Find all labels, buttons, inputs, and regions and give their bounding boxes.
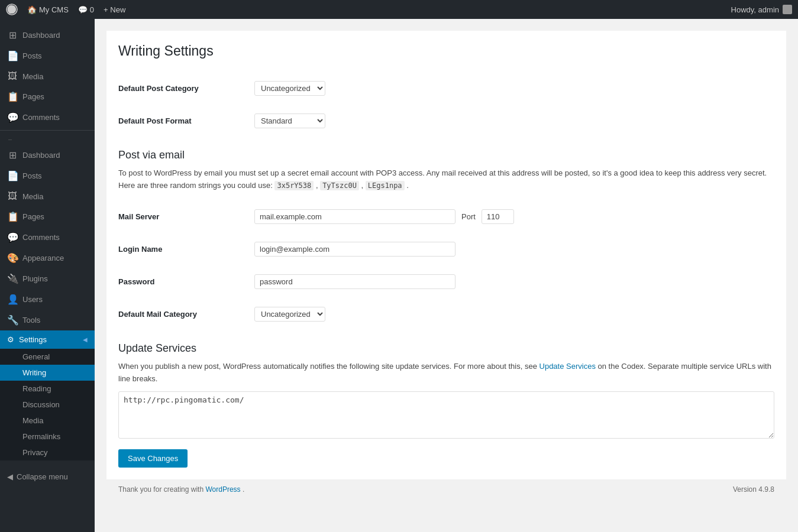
sidebar-settings-group: ⚙ Settings ◀ General Writing Reading Dis… [0,330,95,460]
page-title: Writing Settings [118,43,774,60]
pages2-icon: 📋 [7,211,18,222]
adminbar-comments[interactable]: 💬 0 [73,5,99,14]
collapse-menu-button[interactable]: ◀ Collapse menu [0,466,95,487]
sidebar-item-tools[interactable]: 🔧 Tools [0,310,95,330]
adminbar-site-link[interactable]: 🏠 My CMS [22,5,73,14]
post-via-email-title: Post via email [118,149,774,161]
sidebar-item-dashboard[interactable]: ⊞ Dashboard [0,25,95,46]
adminbar-new[interactable]: + New [99,5,130,14]
update-services-title: Update Services [118,342,774,355]
default-post-category-label: Default Post Category [118,72,248,105]
sidebar-item-appearance[interactable]: 🎨 Appearance [0,248,95,268]
sidebar-item-plugins[interactable]: 🔌 Plugins [0,268,95,289]
login-name-input[interactable] [254,242,455,257]
sidebar-label-dashboard: Dashboard [22,31,60,40]
menu-separator [0,130,95,131]
sidebar-item-pages2[interactable]: 📋 Pages [0,206,95,227]
wordpress-link[interactable]: WordPress [205,485,240,494]
tools-icon: 🔧 [7,314,18,326]
footer: Thank you for creating with WordPress . … [106,479,786,499]
collapse-label: Collapse menu [17,472,68,481]
period: . [406,181,409,190]
table-row-mail-server: Mail Server Port [118,200,774,233]
posts2-icon: 📄 [7,170,18,181]
mail-server-label: Mail Server [118,200,248,233]
main-content: Writing Settings Default Post Category U… [95,19,798,532]
save-changes-button[interactable]: Save Changes [118,449,188,468]
submenu-item-media[interactable]: Media [0,413,95,429]
sidebar-label-dashboard2: Dashboard [22,151,60,160]
default-post-format-label: Default Post Format [118,105,248,137]
sidebar-label-appearance: Appearance [22,254,64,262]
submenu-item-discussion[interactable]: Discussion [0,397,95,413]
random-string-2: TyTszc0U [320,181,359,190]
new-label: + New [104,5,125,14]
comments-icon: 💬 [7,112,18,123]
plugins-icon: 🔌 [7,273,18,284]
sidebar-item-settings[interactable]: ⚙ Settings ◀ [0,330,95,349]
password-input[interactable] [254,274,455,289]
sidebar-label-users: Users [22,295,43,304]
submenu-item-permalinks[interactable]: Permalinks [0,429,95,445]
sidebar-item-comments2[interactable]: 💬 Comments [0,227,95,248]
home-icon: 🏠 [27,5,37,14]
sidebar-item-media[interactable]: 🖼 Media [0,66,95,86]
post-category-table: Default Post Category Uncategorized Defa… [118,72,774,137]
sidebar-label-plugins: Plugins [22,274,48,283]
default-mail-category-label: Default Mail Category [118,298,248,330]
password-label: Password [118,265,248,298]
update-services-textarea[interactable]: http://rpc.pingomatic.com/ [118,391,774,439]
media-icon: 🖼 [7,71,18,82]
sidebar-item-users[interactable]: 👤 Users [0,289,95,310]
port-label: Port [461,212,476,221]
comments2-icon: 💬 [7,232,18,243]
port-input[interactable] [482,209,514,224]
table-row-login-name: Login Name [118,233,774,265]
chevron-right-icon: ◀ [83,336,88,343]
sidebar-item-comments[interactable]: 💬 Comments [0,107,95,128]
random-string-3: LEgs1npa [366,181,405,190]
post-via-email-desc: To post to WordPress by email you must s… [118,167,774,192]
sidebar-label-pages2: Pages [22,212,44,221]
login-name-label: Login Name [118,233,248,265]
users-icon: 👤 [7,294,18,305]
table-row-password: Password [118,265,774,298]
sidebar-label-comments2: Comments [22,233,60,242]
media2-icon: 🖼 [7,191,18,202]
sidebar-item-dashboard2[interactable]: ⊞ Dashboard [0,145,95,166]
post-via-email-desc-text: To post to WordPress by email you must s… [118,168,767,190]
settings-icon: ⚙ [7,335,14,344]
default-post-category-select[interactable]: Uncategorized [254,81,325,96]
default-post-format-select[interactable]: Standard [254,113,325,128]
submenu-item-reading[interactable]: Reading [0,381,95,397]
collapse-icon: ◀ [7,472,13,481]
comment-icon: 💬 [78,5,88,14]
sidebar-item-posts[interactable]: 📄 Posts [0,46,95,66]
update-services-link[interactable]: Update Services [539,362,596,371]
submenu-item-writing[interactable]: Writing [0,365,95,381]
sidebar-item-pages[interactable]: 📋 Pages [0,86,95,107]
mail-server-row: Port [254,209,768,224]
adminbar-right: Howdy, admin [731,5,792,14]
footer-version: Version 4.9.8 [733,485,774,494]
sidebar-item-posts2[interactable]: 📄 Posts [0,166,95,186]
submenu-item-general[interactable]: General [0,349,95,365]
footer-period: . [243,485,244,494]
default-mail-category-select[interactable]: Uncategorized [254,307,325,322]
sidebar-label-posts2: Posts [22,171,42,180]
update-services-desc-text: When you publish a new post, WordPress a… [118,362,539,371]
sidebar-item-media2[interactable]: 🖼 Media [0,186,95,206]
sidebar-label-comments: Comments [22,113,60,122]
table-row-default-mail-category: Default Mail Category Uncategorized [118,298,774,330]
footer-left-text: Thank you for creating with [118,485,203,494]
avatar [783,5,792,14]
wp-logo[interactable] [6,4,18,15]
submenu-item-privacy[interactable]: Privacy [0,445,95,460]
dashboard2-icon: ⊞ [7,150,18,161]
comma2: , [361,181,366,190]
mail-server-input[interactable] [254,209,455,224]
content-wrap: Writing Settings Default Post Category U… [106,31,786,479]
submit-section: Save Changes [118,440,774,468]
appearance-icon: 🎨 [7,252,18,264]
site-name: My CMS [39,5,69,14]
